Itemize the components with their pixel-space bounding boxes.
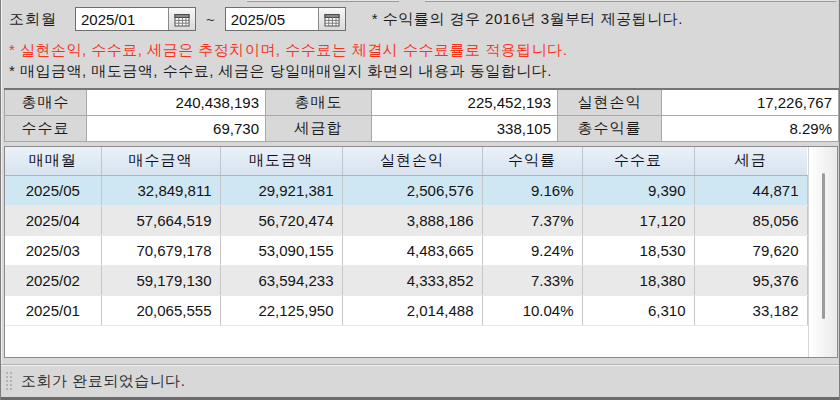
date-to-calendar-button[interactable] (318, 8, 345, 30)
realized-pl-label: 실현손익 (558, 89, 662, 115)
total-buy-label: 총매수 (5, 89, 87, 115)
cell-return-rate: 7.37% (482, 205, 582, 235)
scrollbar-thumb[interactable] (822, 173, 825, 319)
cell-realized-pl: 3,888,186 (342, 205, 482, 235)
realized-pl-value: 17,226,767 (662, 89, 839, 115)
summary-row: 총매수 240,438,193 총매도 225,452,193 실현손익 17,… (5, 89, 839, 115)
cropped-edge-segment (425, 0, 836, 2)
summary-row: 수수료 69,730 세금합 338,105 총수익률 8.29% (5, 115, 839, 141)
cropped-controls-edge (1, 0, 839, 3)
cell-sell: 29,921,381 (220, 175, 342, 205)
status-grip-icon (6, 372, 12, 390)
return-rate-availability-note: * 수익률의 경우 2016년 3월부터 제공됩니다. (372, 10, 683, 29)
header-sell-amount: 매도금액 (220, 147, 342, 175)
tax-total-value: 338,105 (372, 115, 558, 141)
cell-tax: 44,871 (694, 175, 807, 205)
cell-buy: 57,664,519 (101, 205, 220, 235)
cell-buy: 20,065,555 (101, 295, 220, 325)
cell-tax: 85,056 (694, 205, 807, 235)
header-buy-amount: 매수금액 (101, 147, 220, 175)
cell-sell: 22,125,950 (220, 295, 342, 325)
cell-month: 2025/02 (5, 265, 101, 295)
cell-tax: 33,182 (694, 295, 807, 325)
cell-tax: 79,620 (694, 235, 807, 265)
cell-realized-pl: 4,333,852 (342, 265, 482, 295)
header-fee: 수수료 (582, 147, 694, 175)
table-row[interactable]: 2025/05 32,849,811 29,921,381 2,506,576 … (5, 175, 807, 205)
daily-journal-match-notice: * 매입금액, 매도금액, 수수료, 세금은 당일매매일지 화면의 내용과 동일… (9, 62, 835, 83)
cell-month: 2025/04 (5, 205, 101, 235)
cell-fee: 6,310 (582, 295, 694, 325)
cell-realized-pl: 2,014,488 (342, 295, 482, 325)
header-return-rate: 수익률 (482, 147, 582, 175)
cropped-edge-segment (247, 0, 399, 2)
cell-fee: 9,390 (582, 175, 694, 205)
total-sell-value: 225,452,193 (372, 89, 558, 115)
cell-month: 2025/05 (5, 175, 101, 205)
cell-sell: 53,090,155 (220, 235, 342, 265)
cell-tax: 95,376 (694, 265, 807, 295)
cell-return-rate: 7.33% (482, 265, 582, 295)
date-from-input[interactable] (76, 8, 168, 30)
monthly-grid: 매매월 매수금액 매도금액 실현손익 수익률 수수료 세금 2025/05 32… (5, 147, 808, 326)
cell-month: 2025/03 (5, 235, 101, 265)
cell-fee: 17,120 (582, 205, 694, 235)
tax-total-label: 세금합 (266, 115, 372, 141)
cell-return-rate: 9.24% (482, 235, 582, 265)
date-range-separator: ~ (206, 11, 215, 28)
cell-return-rate: 9.16% (482, 175, 582, 205)
total-return-value: 8.29% (662, 115, 839, 141)
total-return-label: 총수익률 (558, 115, 662, 141)
cell-fee: 18,530 (582, 235, 694, 265)
grid-header-row: 매매월 매수금액 매도금액 실현손익 수익률 수수료 세금 (5, 147, 807, 175)
summary-totals-table: 총매수 240,438,193 총매도 225,452,193 실현손익 17,… (4, 88, 839, 142)
header-realized-pl: 실현손익 (342, 147, 482, 175)
cell-month: 2025/01 (5, 295, 101, 325)
filter-row: 조회월 ~ (9, 6, 835, 32)
cell-return-rate: 10.04% (482, 295, 582, 325)
date-from-field (75, 7, 196, 31)
status-bar: 조회가 완료되었습니다. (1, 364, 839, 400)
query-month-label: 조회월 (9, 10, 57, 29)
cell-buy: 32,849,811 (101, 175, 220, 205)
cell-sell: 63,594,233 (220, 265, 342, 295)
monthly-trading-report-window: 조회월 ~ (0, 0, 840, 400)
header-tax: 세금 (694, 147, 807, 175)
total-buy-value: 240,438,193 (87, 89, 266, 115)
table-row[interactable]: 2025/04 57,664,519 56,720,474 3,888,186 … (5, 205, 807, 235)
cell-realized-pl: 4,483,665 (342, 235, 482, 265)
monthly-grid-frame: 매매월 매수금액 매도금액 실현손익 수익률 수수료 세금 2025/05 32… (4, 146, 838, 358)
total-sell-label: 총매도 (266, 89, 372, 115)
date-to-input[interactable] (226, 8, 318, 30)
cell-sell: 56,720,474 (220, 205, 342, 235)
fee-value: 69,730 (87, 115, 266, 141)
vertical-scrollbar[interactable] (808, 147, 837, 357)
table-row[interactable]: 2025/01 20,065,555 22,125,950 2,014,488 … (5, 295, 807, 325)
cell-realized-pl: 2,506,576 (342, 175, 482, 205)
cell-fee: 18,380 (582, 265, 694, 295)
cell-buy: 59,179,130 (101, 265, 220, 295)
date-from-calendar-button[interactable] (168, 8, 195, 30)
fee-label: 수수료 (5, 115, 87, 141)
date-to-field (225, 7, 346, 31)
calendar-icon (174, 12, 190, 27)
calendar-icon (324, 12, 340, 27)
cell-buy: 70,679,178 (101, 235, 220, 265)
estimate-notice: * 실현손익, 수수료, 세금은 추정치이며, 수수료는 체결시 수수료률로 적… (9, 41, 835, 62)
header-month: 매매월 (5, 147, 101, 175)
table-row[interactable]: 2025/03 70,679,178 53,090,155 4,483,665 … (5, 235, 807, 265)
status-message: 조회가 완료되었습니다. (21, 372, 185, 391)
table-row[interactable]: 2025/02 59,179,130 63,594,233 4,333,852 … (5, 265, 807, 295)
